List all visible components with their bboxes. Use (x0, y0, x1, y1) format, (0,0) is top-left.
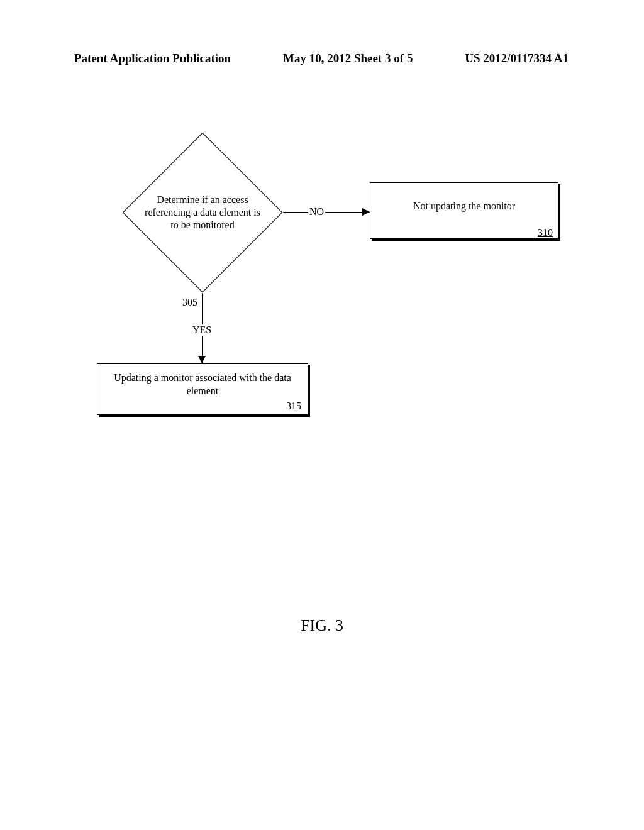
edge-label-no: NO (308, 206, 325, 218)
page-header: Patent Application Publication May 10, 2… (0, 52, 644, 65)
header-left: Patent Application Publication (74, 52, 231, 65)
figure-caption: FIG. 3 (0, 616, 644, 635)
header-center: May 10, 2012 Sheet 3 of 5 (231, 52, 465, 65)
process-ref: 315 (286, 401, 301, 412)
arrow-down-icon (198, 356, 206, 363)
arrow-right-icon (362, 208, 370, 216)
process-node-updating: Updating a monitor associated with the d… (97, 363, 308, 415)
process-node-not-updating: Not updating the monitor 310 (370, 182, 558, 239)
decision-node: Determine if an access referencing a dat… (122, 132, 283, 293)
header-right: US 2012/0117334 A1 (465, 52, 569, 65)
flowchart-diagram: Determine if an access referencing a dat… (0, 132, 644, 509)
process-text: Updating a monitor associated with the d… (97, 372, 308, 398)
connector-no-line (283, 212, 370, 213)
edge-label-yes: YES (191, 324, 213, 336)
process-ref: 310 (538, 227, 553, 238)
decision-ref: 305 (182, 297, 197, 308)
decision-text: Determine if an access referencing a dat… (122, 132, 283, 293)
process-text: Not updating the monitor (370, 201, 558, 212)
